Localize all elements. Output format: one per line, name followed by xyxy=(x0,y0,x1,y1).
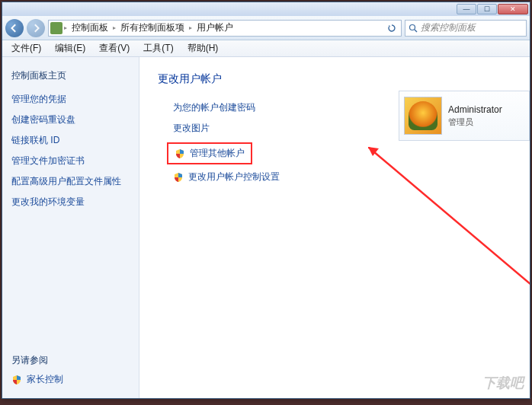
sidebar-link-profile-props[interactable]: 配置高级用户配置文件属性 xyxy=(11,175,130,188)
breadcrumb-sep: ▸ xyxy=(113,24,116,31)
page-title: 更改用户帐户 xyxy=(158,72,511,86)
menu-tools[interactable]: 工具(T) xyxy=(137,40,179,56)
main: 更改用户帐户 为您的帐户创建密码 更改图片 管理其他帐户 更改用户帐户控制设置 xyxy=(139,57,530,398)
watermark: 下载吧 xyxy=(482,374,524,392)
user-name: Administrator xyxy=(448,104,502,115)
avatar xyxy=(404,97,442,135)
svg-marker-3 xyxy=(368,147,379,156)
sidebar-heading: 控制面板主页 xyxy=(11,69,130,82)
sidebar-link-online-id[interactable]: 链接联机 ID xyxy=(11,134,130,147)
arrow-right-icon xyxy=(31,24,40,33)
sidebar-link-encryption[interactable]: 管理文件加密证书 xyxy=(11,155,130,167)
window: — ☐ ✕ ▸ 控制面板 ▸ 所有控制面板项 ▸ 用户帐户 搜索控制面板 xyxy=(2,2,530,399)
maximize-button[interactable]: ☐ xyxy=(477,4,497,14)
annotation-arrow xyxy=(368,147,530,398)
close-button[interactable]: ✕ xyxy=(498,4,528,14)
breadcrumb-seg[interactable]: 所有控制面板项 xyxy=(117,21,187,34)
link-label: 管理其他帐户 xyxy=(190,147,245,160)
user-card: Administrator 管理员 xyxy=(399,91,530,141)
menubar: 文件(F) 编辑(E) 查看(V) 工具(T) 帮助(H) xyxy=(2,40,530,57)
user-role: 管理员 xyxy=(448,116,502,128)
shield-icon xyxy=(11,375,22,385)
svg-point-0 xyxy=(410,24,415,30)
breadcrumb-seg[interactable]: 用户帐户 xyxy=(194,21,236,34)
shield-icon xyxy=(173,172,184,183)
refresh-icon xyxy=(387,24,396,33)
search-icon xyxy=(409,24,418,33)
refresh-button[interactable] xyxy=(384,21,399,36)
breadcrumb[interactable]: ▸ 控制面板 ▸ 所有控制面板项 ▸ 用户帐户 xyxy=(48,20,402,37)
sidebar-link-env-vars[interactable]: 更改我的环境变量 xyxy=(11,196,130,209)
user-info: Administrator 管理员 xyxy=(448,104,502,128)
sidebar-link-parental[interactable]: 家长控制 xyxy=(11,373,130,386)
body: 控制面板主页 管理您的凭据 创建密码重设盘 链接联机 ID 管理文件加密证书 配… xyxy=(2,57,530,398)
search-input[interactable]: 搜索控制面板 xyxy=(405,20,527,37)
breadcrumb-sep: ▸ xyxy=(189,24,192,31)
minimize-button[interactable]: — xyxy=(457,4,476,14)
navbar: ▸ 控制面板 ▸ 所有控制面板项 ▸ 用户帐户 搜索控制面板 xyxy=(2,16,530,40)
menu-edit[interactable]: 编辑(E) xyxy=(49,40,91,56)
menu-file[interactable]: 文件(F) xyxy=(5,40,47,56)
arrow-left-icon xyxy=(10,24,19,33)
control-panel-icon xyxy=(50,22,62,34)
sidebar: 控制面板主页 管理您的凭据 创建密码重设盘 链接联机 ID 管理文件加密证书 配… xyxy=(2,57,139,398)
highlighted-box: 管理其他帐户 xyxy=(167,142,252,164)
link-uac-settings[interactable]: 更改用户帐户控制设置 xyxy=(173,171,511,183)
link-label: 为您的帐户创建密码 xyxy=(173,101,255,114)
sidebar-link-password-reset[interactable]: 创建密码重设盘 xyxy=(11,113,130,126)
menu-help[interactable]: 帮助(H) xyxy=(181,40,225,56)
svg-line-1 xyxy=(415,30,417,32)
sidebar-link-credentials[interactable]: 管理您的凭据 xyxy=(11,93,130,106)
menu-view[interactable]: 查看(V) xyxy=(93,40,136,56)
link-label: 更改用户帐户控制设置 xyxy=(188,171,280,183)
breadcrumb-sep: ▸ xyxy=(64,24,67,31)
shield-icon xyxy=(175,148,185,159)
breadcrumb-seg[interactable]: 控制面板 xyxy=(69,21,111,34)
svg-line-2 xyxy=(368,147,530,398)
titlebar: — ☐ ✕ xyxy=(2,2,530,16)
sidebar-footer: 另请参阅 家长控制 xyxy=(11,345,130,386)
nav-forward-button[interactable] xyxy=(27,19,45,37)
sidebar-footer-heading: 另请参阅 xyxy=(11,354,130,367)
sidebar-footer-link-label: 家长控制 xyxy=(27,373,63,386)
search-placeholder: 搜索控制面板 xyxy=(421,21,476,34)
avatar-flower-icon xyxy=(409,101,437,130)
nav-back-button[interactable] xyxy=(5,19,24,37)
link-manage-accounts[interactable]: 管理其他帐户 xyxy=(175,147,245,160)
link-label: 更改图片 xyxy=(173,122,210,135)
